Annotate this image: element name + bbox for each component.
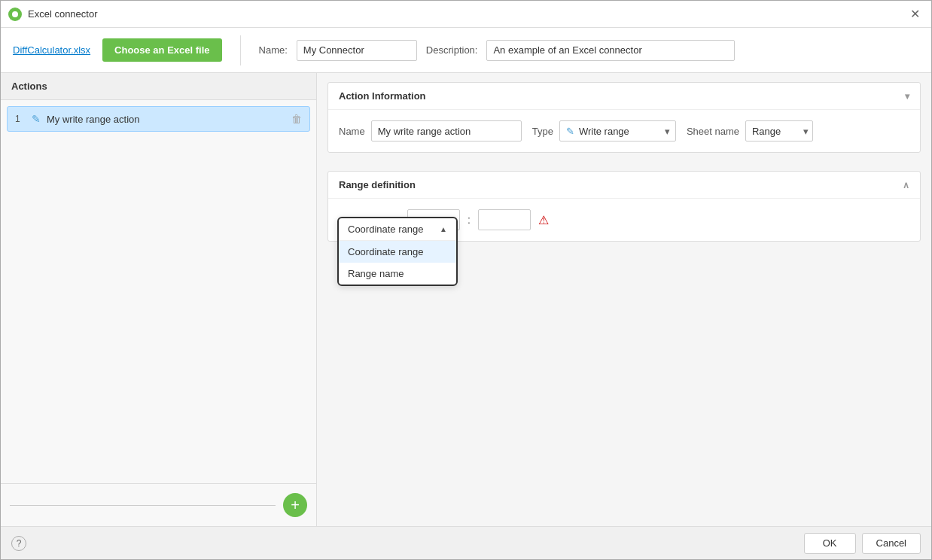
action-type-label: Type bbox=[532, 126, 553, 137]
type-select-wrapper: ✎ Write range ▾ bbox=[559, 120, 676, 142]
range-def-collapse[interactable]: ∧ bbox=[903, 180, 909, 190]
dropdown-item-range-name-label: Range name bbox=[348, 268, 404, 279]
app-icon bbox=[8, 8, 22, 21]
add-separator bbox=[10, 505, 276, 506]
type-select[interactable]: ✎ Write range ▾ bbox=[559, 120, 676, 142]
sheet-name-group: Sheet name Range ▾ bbox=[687, 120, 813, 142]
connector-name-input[interactable] bbox=[297, 40, 417, 61]
file-link[interactable]: DiffCalculator.xlsx bbox=[13, 44, 90, 56]
type-select-arrow: ▾ bbox=[665, 126, 670, 137]
action-type-group: Type ✎ Write range ▾ bbox=[532, 120, 676, 142]
actions-list: 1 ✎ My write range action 🗑 bbox=[1, 100, 316, 483]
sheet-select-arrow: ▾ bbox=[803, 126, 809, 137]
window-title: Excel connector bbox=[28, 8, 98, 20]
range-separator: : bbox=[468, 214, 471, 226]
type-select-value: Write range bbox=[579, 126, 629, 137]
action-delete-button[interactable]: 🗑 bbox=[291, 113, 302, 125]
right-panel: Action Information ▾ Name Type ✎ Write r… bbox=[317, 73, 931, 526]
connector-description-input[interactable] bbox=[486, 40, 735, 61]
connector-fields: Name: Description: bbox=[259, 40, 919, 61]
action-info-title: Action Information bbox=[339, 90, 426, 102]
bottom-buttons: OK Cancel bbox=[804, 533, 921, 554]
action-info-collapse[interactable]: ▾ bbox=[905, 91, 909, 102]
range-def-header: Range definition ∧ bbox=[328, 172, 920, 199]
range-def-body: Coordinate range ▲ Coordinate range Rang… bbox=[328, 199, 920, 241]
left-panel: Actions 1 ✎ My write range action 🗑 + bbox=[1, 73, 317, 526]
dropdown-item-coordinate[interactable]: Coordinate range bbox=[339, 241, 456, 263]
sheet-select-value: Range bbox=[752, 126, 781, 137]
range-type-dropdown: Coordinate range ▲ Coordinate range Rang… bbox=[337, 217, 458, 286]
dropdown-selected-label: Coordinate range bbox=[348, 224, 423, 235]
toolbar: DiffCalculator.xlsx Choose an Excel file… bbox=[1, 28, 931, 73]
action-name-label: Name bbox=[339, 126, 365, 137]
action-name-group: Name bbox=[339, 120, 522, 142]
error-icon: ⚠ bbox=[538, 213, 549, 227]
name-label: Name: bbox=[259, 44, 288, 56]
action-name: My write range action bbox=[47, 114, 285, 125]
action-item[interactable]: 1 ✎ My write range action 🗑 bbox=[7, 106, 310, 132]
actions-header: Actions bbox=[1, 73, 316, 100]
dropdown-item-coordinate-label: Coordinate range bbox=[348, 246, 423, 257]
write-range-icon: ✎ bbox=[32, 113, 41, 125]
add-btn-container: + bbox=[1, 483, 316, 526]
action-name-field[interactable] bbox=[371, 120, 522, 142]
range-def-section: Range definition ∧ Coordinate range ▲ bbox=[327, 171, 921, 242]
main-window: Excel connector ✕ DiffCalculator.xlsx Ch… bbox=[0, 0, 932, 560]
dropdown-item-range-name[interactable]: Range name bbox=[339, 263, 456, 285]
main-content: Actions 1 ✎ My write range action 🗑 + Ac… bbox=[1, 73, 931, 526]
range-def-title: Range definition bbox=[339, 179, 416, 190]
sheet-select-wrapper: Range ▾ bbox=[745, 120, 813, 142]
action-info-header: Action Information ▾ bbox=[328, 83, 920, 110]
bottom-bar: ? OK Cancel bbox=[1, 526, 931, 559]
add-action-button[interactable]: + bbox=[283, 493, 307, 517]
sheet-select[interactable]: Range ▾ bbox=[745, 120, 813, 142]
action-info-section: Action Information ▾ Name Type ✎ Write r… bbox=[327, 82, 921, 153]
dropdown-up-arrow: ▲ bbox=[440, 225, 447, 233]
choose-file-button[interactable]: Choose an Excel file bbox=[102, 38, 221, 62]
action-number: 1 bbox=[15, 114, 26, 124]
help-button[interactable]: ? bbox=[11, 536, 26, 551]
ok-button[interactable]: OK bbox=[804, 533, 856, 554]
description-label: Description: bbox=[426, 44, 478, 56]
type-select-icon: ✎ bbox=[566, 126, 574, 137]
close-button[interactable]: ✕ bbox=[906, 5, 924, 23]
range-row: Coordinate range ▲ Coordinate range Rang… bbox=[339, 209, 909, 230]
dropdown-selected-item[interactable]: Coordinate range ▲ bbox=[339, 218, 456, 241]
cancel-button[interactable]: Cancel bbox=[862, 533, 921, 554]
toolbar-divider bbox=[240, 35, 241, 65]
sheet-name-label: Sheet name bbox=[687, 126, 739, 137]
titlebar-left: Excel connector bbox=[8, 8, 98, 21]
cell-end-input[interactable] bbox=[478, 209, 531, 230]
action-info-body: Name Type ✎ Write range ▾ bbox=[328, 110, 920, 152]
titlebar: Excel connector ✕ bbox=[1, 1, 931, 28]
